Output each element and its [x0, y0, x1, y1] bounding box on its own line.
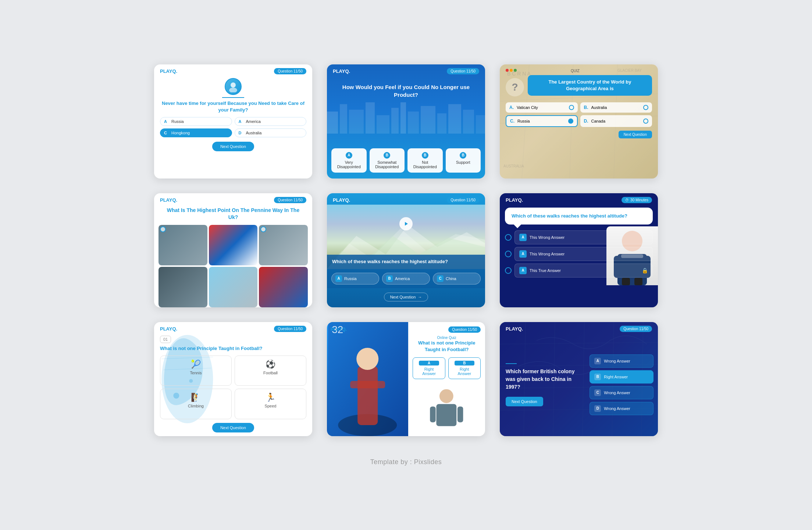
card8-ans-a[interactable]: A Right Answer	[413, 357, 445, 379]
card3-ans-b[interactable]: B. Australia	[580, 102, 652, 113]
answer-c[interactable]: C Hongkong	[160, 128, 232, 137]
brand-logo-2: PLAYQ.	[333, 68, 350, 74]
clock-icon: ⏱	[625, 198, 629, 202]
svg-rect-42	[350, 381, 385, 388]
svg-rect-4	[349, 110, 364, 134]
svg-rect-41	[357, 366, 378, 425]
card3-ans-c[interactable]: C. Russia	[506, 115, 578, 127]
card8-brand: PLAYQ.	[331, 326, 347, 332]
card9-ans-c[interactable]: C Wrong Answer	[590, 386, 653, 399]
card4-header: PLAYQ. Question 11/50	[154, 193, 312, 205]
card4-img-1-radio	[160, 226, 166, 232]
card4-img-3-radio	[260, 226, 266, 232]
card7-opt-tennis[interactable]: 🎾 Tennis	[160, 356, 232, 386]
card9-next-button[interactable]: Next Question	[506, 397, 543, 406]
card6-options: A This Wrong Answer A This Wrong Answer …	[500, 227, 658, 280]
card-quiz-altitude-dark: PLAYQ. ⏱ 30 Minutes Which of these walks…	[500, 193, 658, 307]
svg-text:AUSTRALIA: AUSTRALIA	[503, 164, 524, 168]
next-question-button[interactable]: Next Question	[212, 142, 254, 151]
card6-ans-btn-1[interactable]: A This Wrong Answer	[514, 230, 653, 244]
card8-person-area	[413, 383, 481, 432]
svg-point-45	[439, 389, 453, 403]
card-quiz-altitude: PLAYQ. Question 11/50 Which of these wal…	[327, 193, 485, 307]
card2-opt-a[interactable]: A Very Disappointed	[331, 148, 367, 173]
card5-next-label: Next Question	[390, 295, 416, 299]
svg-rect-14	[476, 115, 485, 134]
answer-c-letter: C	[164, 131, 169, 135]
card4-img-2[interactable]	[209, 225, 258, 265]
card4-images	[154, 225, 312, 307]
svg-rect-46	[437, 404, 457, 426]
card7-question: What is not one Principle Taught in Foot…	[154, 345, 312, 352]
answer-b[interactable]: A America	[235, 117, 307, 126]
card8-ans-b[interactable]: B Right Answer	[448, 357, 481, 379]
card7-opt-football[interactable]: ⚽ Football	[235, 356, 306, 386]
card8-ans-b-letter: B	[455, 361, 474, 365]
question-text: Never have time for yourself Because you…	[154, 100, 312, 113]
card9-ans-c-text: Wrong Answer	[604, 391, 630, 395]
card6-radio-2[interactable]	[505, 251, 512, 257]
brand-logo-5: PLAYQ.	[333, 197, 350, 203]
card9-ans-d[interactable]: D Wrong Answer	[590, 402, 653, 415]
card5-question: Which of these walks reaches the highest…	[327, 255, 485, 269]
card3-ans-c-letter: C.	[510, 119, 514, 124]
card5-ans-a[interactable]: A Russia	[331, 273, 379, 285]
card2-opt-c[interactable]: B Not Disappointed	[407, 148, 443, 173]
card9-ans-b[interactable]: B Right Answer	[590, 370, 653, 384]
card4-img-4[interactable]	[159, 267, 207, 307]
svg-rect-47	[430, 406, 436, 422]
card4-img-5[interactable]	[209, 267, 258, 307]
svg-point-43	[356, 348, 378, 370]
card9-ans-a[interactable]: A Wrong Answer	[590, 354, 653, 368]
play-button[interactable]	[399, 217, 413, 230]
card6-radio-3[interactable]	[505, 267, 512, 274]
card6-ans-btn-2[interactable]: A This Wrong Answer	[514, 247, 653, 261]
answer-a[interactable]: A Russia	[160, 117, 232, 126]
answer-c-text: Hongkong	[171, 131, 190, 135]
card7-opt-climbing[interactable]: 🧗 Climbing	[160, 389, 232, 419]
card2-opt-b[interactable]: B Somewhat Disappointed	[370, 148, 405, 173]
card-quiz-football-split: 32 PLAYQ. Question 11/50 Online Quiz Wha…	[327, 322, 485, 436]
question-badge-9: Question 11/50	[620, 326, 652, 332]
card3-ans-c-radio	[568, 119, 573, 124]
answer-d[interactable]: D Australia	[235, 128, 307, 137]
card7-next-button[interactable]: Next Question	[212, 423, 254, 432]
card2-opt-d[interactable]: B Support	[446, 148, 481, 173]
card7-icon-grid: 🎾 Tennis ⚽ Football 🧗 Climbing 🏃 Speed	[154, 356, 312, 419]
card3-ans-d[interactable]: D. Canada	[580, 115, 652, 127]
answer-d-text: Australia	[246, 131, 262, 135]
question-badge-2: Question 11/50	[447, 68, 479, 74]
question-mark-icon: ?	[506, 78, 524, 96]
card5-answers: A Russia B America C China	[327, 269, 485, 288]
card3-ans-d-radio	[643, 119, 648, 124]
svg-rect-2	[327, 112, 338, 134]
card3-next-button[interactable]: Next Question	[619, 131, 652, 138]
card5-next-button[interactable]: Next Question →	[384, 293, 428, 301]
card7-opt-speed[interactable]: 🏃 Speed	[235, 389, 306, 419]
card5-ans-c[interactable]: C China	[433, 273, 481, 285]
card4-img-1[interactable]	[159, 225, 207, 265]
card-quiz-feeling: PLAYQ. Question 11/50 How Would you Feel…	[327, 64, 485, 179]
card3-ans-b-letter: B.	[584, 105, 588, 110]
card4-img-6[interactable]	[259, 267, 308, 307]
card3-ans-a[interactable]: A. Vatican City	[506, 102, 578, 113]
card-quiz-geography: B C R N A GLACIER BAY AUSTRALIA QUIZ	[500, 64, 658, 179]
card3-ans-b-radio	[643, 105, 648, 110]
cards-grid: PLAYQ. Question 11/50 Never have time fo…	[154, 64, 658, 436]
divider	[222, 97, 244, 98]
card6-opt-1: A This Wrong Answer	[505, 230, 653, 244]
question-badge-8: Question 11/50	[448, 326, 481, 333]
brand-logo-7: PLAYQ.	[160, 326, 177, 332]
card4-img-3[interactable]	[259, 225, 308, 265]
card7-header: PLAYQ. Question 11/50	[154, 322, 312, 333]
card8-header-right: Question 11/50	[413, 326, 481, 333]
card6-ans-btn-3[interactable]: A This True Answer 🔒	[514, 264, 653, 278]
card9-question: Which former British colony was given ba…	[506, 368, 582, 391]
card6-radio-1[interactable]	[505, 234, 512, 241]
svg-marker-26	[405, 222, 408, 226]
card7-num: 01	[160, 336, 171, 343]
footer-text: Template by : Pixslides	[370, 458, 442, 466]
card7-opt-speed-text: Speed	[265, 404, 277, 408]
card5-ans-b[interactable]: B America	[382, 273, 430, 285]
card6-ans-1-letter: A	[519, 234, 527, 241]
